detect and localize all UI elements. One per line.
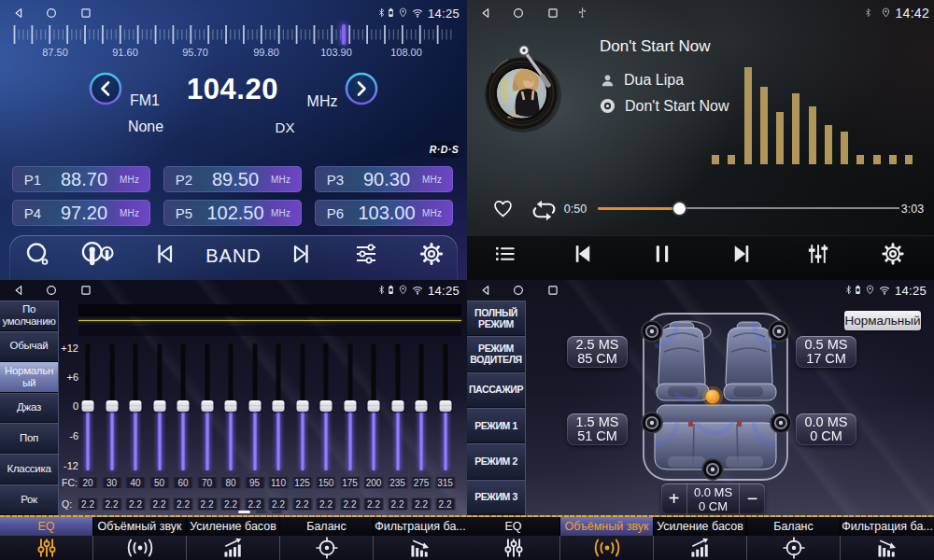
- tab-eq-icon-cell[interactable]: [0, 536, 93, 560]
- back-icon[interactable]: [12, 7, 25, 20]
- eq-band-slider-8[interactable]: [243, 343, 267, 471]
- tab-balance[interactable]: Баланс: [280, 517, 374, 536]
- slider-handle[interactable]: [416, 400, 428, 412]
- back-icon[interactable]: [479, 284, 492, 297]
- previous-track-icon[interactable]: [570, 241, 597, 272]
- preset-button-p2[interactable]: P289.50MHz: [163, 166, 302, 192]
- tab-filter-icon-cell[interactable]: [841, 536, 934, 560]
- tab-filter[interactable]: Фильтрация ба...: [841, 517, 934, 536]
- tab-eq[interactable]: EQ: [467, 517, 560, 536]
- eq-band-slider-9[interactable]: [266, 343, 290, 471]
- slider-handle[interactable]: [82, 400, 94, 412]
- band-button[interactable]: BAND: [205, 245, 262, 267]
- home-icon[interactable]: [512, 7, 525, 20]
- surround-mode-2[interactable]: РЕЖИМ ВОДИТЕЛЯ: [467, 336, 525, 371]
- slider-handle[interactable]: [439, 400, 451, 412]
- tab-surround[interactable]: Объёмный звук: [560, 517, 654, 536]
- tab-surround[interactable]: Объёмный звук: [93, 517, 187, 536]
- previous-station-icon[interactable]: [152, 241, 178, 271]
- tab-bass-boost-icon-cell[interactable]: [187, 536, 280, 560]
- home-icon[interactable]: [512, 284, 525, 297]
- tab-balance-icon-cell[interactable]: [747, 536, 841, 560]
- front-left-delay-button[interactable]: 2.5 MS 85 CM: [567, 336, 628, 368]
- eq-band-slider-6[interactable]: [195, 343, 219, 471]
- slider-handle[interactable]: [320, 400, 333, 412]
- tab-filter[interactable]: Фильтрация ба...: [374, 517, 467, 536]
- eq-band-slider-2[interactable]: [100, 343, 124, 471]
- eq-band-slider-7[interactable]: [219, 343, 243, 471]
- tab-eq-icon-cell[interactable]: [467, 536, 560, 560]
- tab-eq[interactable]: EQ: [0, 517, 93, 536]
- slider-handle[interactable]: [391, 400, 403, 412]
- slider-handle[interactable]: [177, 400, 190, 412]
- slider-handle[interactable]: [368, 400, 380, 412]
- preset-button-p3[interactable]: P390.30MHz: [315, 166, 453, 192]
- preset-button-p1[interactable]: P188.70MHz: [12, 166, 150, 192]
- dx-broadcast-icon[interactable]: [80, 241, 114, 271]
- eq-preset-6[interactable]: Классика: [0, 454, 58, 484]
- rear-right-delay-button[interactable]: 0.0 MS 0 CM: [796, 413, 856, 445]
- tab-bass-boost[interactable]: Усиление басов: [654, 517, 747, 536]
- eq-band-slider-1[interactable]: [76, 343, 100, 471]
- eq-preset-3[interactable]: Нормальный: [0, 362, 58, 393]
- pause-icon[interactable]: [649, 241, 676, 272]
- tab-filter-icon-cell[interactable]: [374, 536, 467, 560]
- preset-button-p5[interactable]: P5102.50MHz: [163, 200, 302, 226]
- recents-icon[interactable]: [546, 284, 559, 297]
- tune-down-button[interactable]: [89, 72, 122, 105]
- preset-button-p4[interactable]: P497.20MHz: [12, 200, 150, 226]
- slider-handle[interactable]: [153, 400, 165, 412]
- slider-handle[interactable]: [106, 400, 118, 412]
- home-icon[interactable]: [45, 284, 58, 297]
- slider-handle[interactable]: [273, 400, 285, 412]
- eq-band-slider-12[interactable]: [338, 343, 362, 471]
- tune-up-button[interactable]: [345, 72, 378, 105]
- home-icon[interactable]: [45, 7, 58, 20]
- repeat-icon[interactable]: [530, 198, 559, 227]
- next-station-icon[interactable]: [288, 241, 314, 271]
- progress-knob[interactable]: [673, 203, 686, 215]
- eq-preset-1[interactable]: По умолчанию: [0, 301, 58, 331]
- surround-mode-4[interactable]: РЕЖИМ 1: [467, 408, 525, 443]
- tab-bass-boost[interactable]: Усиление басов: [187, 517, 280, 536]
- settings-icon[interactable]: [881, 242, 906, 271]
- tab-bass-boost-icon-cell[interactable]: [654, 536, 747, 560]
- decrease-button[interactable]: −: [740, 483, 765, 514]
- eq-band-slider-11[interactable]: [314, 343, 338, 471]
- mixer-icon[interactable]: [805, 241, 832, 272]
- eq-band-slider-10[interactable]: [290, 343, 315, 471]
- slider-handle[interactable]: [201, 400, 213, 412]
- profile-button[interactable]: Нормальный: [844, 311, 921, 330]
- surround-mode-3[interactable]: ПАССАЖИР: [467, 372, 525, 408]
- tab-balance-icon-cell[interactable]: [280, 536, 374, 560]
- slider-handle[interactable]: [344, 400, 356, 412]
- eq-band-slider-3[interactable]: [123, 343, 148, 471]
- scan-icon[interactable]: [24, 241, 50, 271]
- eq-band-slider-16[interactable]: [433, 343, 458, 471]
- front-right-delay-button[interactable]: 0.5 MS 17 CM: [796, 336, 856, 368]
- eq-preset-4[interactable]: Джаз: [0, 393, 58, 424]
- surround-mode-5[interactable]: РЕЖИМ 2: [467, 443, 525, 479]
- slider-handle[interactable]: [225, 400, 237, 412]
- preset-button-p6[interactable]: P6103.00MHz: [315, 200, 453, 226]
- settings-icon[interactable]: [418, 241, 445, 271]
- recents-icon[interactable]: [546, 7, 559, 20]
- back-icon[interactable]: [12, 284, 25, 297]
- surround-mode-1[interactable]: ПОЛНЫЙ РЕЖИМ: [467, 301, 525, 336]
- eq-band-slider-13[interactable]: [361, 343, 386, 471]
- eq-band-slider-14[interactable]: [386, 343, 410, 471]
- slider-handle[interactable]: [248, 400, 261, 412]
- frequency-ruler[interactable]: [0, 0, 467, 47]
- tab-surround-icon-cell[interactable]: [93, 536, 187, 560]
- equalizer-icon[interactable]: [352, 240, 380, 272]
- playlist-icon[interactable]: [493, 242, 518, 271]
- rear-left-delay-button[interactable]: 1.5 MS 51 CM: [567, 413, 628, 445]
- slider-handle[interactable]: [130, 400, 142, 412]
- recents-icon[interactable]: [79, 284, 92, 297]
- eq-preset-7[interactable]: Рок: [0, 484, 58, 515]
- back-icon[interactable]: [479, 7, 492, 20]
- eq-band-slider-5[interactable]: [171, 343, 195, 471]
- increase-button[interactable]: +: [661, 483, 686, 514]
- recents-icon[interactable]: [79, 7, 92, 20]
- eq-preset-5[interactable]: Поп: [0, 423, 58, 454]
